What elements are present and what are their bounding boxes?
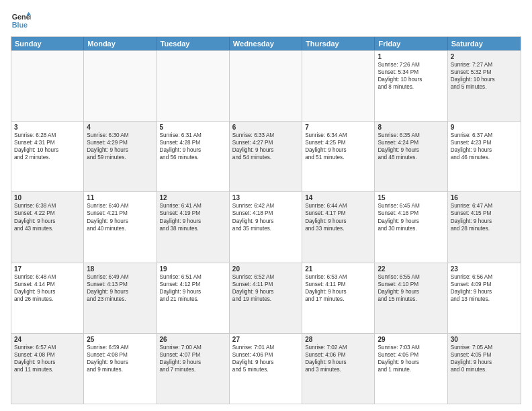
calendar-cell: 1Sunrise: 7:26 AM Sunset: 5:34 PM Daylig… — [375, 51, 447, 121]
calendar-cell — [84, 51, 157, 121]
day-info: Sunrise: 7:26 AM Sunset: 5:34 PM Dayligh… — [378, 61, 444, 91]
calendar-cell: 19Sunrise: 6:51 AM Sunset: 4:12 PM Dayli… — [157, 263, 230, 333]
weekday-header: Sunday — [11, 37, 84, 50]
logo: General Blue — [11, 11, 31, 31]
calendar-row: 1Sunrise: 7:26 AM Sunset: 5:34 PM Daylig… — [11, 50, 521, 121]
calendar-cell — [157, 51, 230, 121]
calendar-cell: 6Sunrise: 6:33 AM Sunset: 4:27 PM Daylig… — [230, 122, 302, 191]
calendar-cell: 2Sunrise: 7:27 AM Sunset: 5:32 PM Daylig… — [448, 51, 521, 121]
day-number: 3 — [14, 124, 81, 131]
day-number: 29 — [378, 336, 444, 343]
day-info: Sunrise: 6:40 AM Sunset: 4:21 PM Dayligh… — [87, 202, 153, 232]
day-number: 18 — [87, 265, 153, 273]
day-number: 21 — [305, 265, 371, 273]
calendar-cell — [302, 51, 375, 121]
calendar-cell — [230, 51, 302, 121]
day-number: 8 — [378, 124, 444, 131]
day-number: 24 — [14, 336, 81, 343]
calendar-cell: 18Sunrise: 6:49 AM Sunset: 4:13 PM Dayli… — [84, 263, 157, 333]
calendar-row: 10Sunrise: 6:38 AM Sunset: 4:22 PM Dayli… — [11, 191, 521, 262]
day-info: Sunrise: 6:48 AM Sunset: 4:14 PM Dayligh… — [14, 273, 81, 303]
day-info: Sunrise: 6:31 AM Sunset: 4:28 PM Dayligh… — [160, 132, 226, 161]
day-number: 25 — [87, 336, 153, 343]
day-number: 16 — [451, 194, 518, 201]
day-number: 1 — [378, 53, 444, 60]
calendar-cell: 5Sunrise: 6:31 AM Sunset: 4:28 PM Daylig… — [157, 122, 230, 191]
day-number: 2 — [451, 53, 518, 60]
day-number: 22 — [378, 265, 444, 273]
day-info: Sunrise: 6:52 AM Sunset: 4:11 PM Dayligh… — [232, 273, 299, 303]
weekday-header: Saturday — [448, 37, 521, 50]
calendar-cell: 11Sunrise: 6:40 AM Sunset: 4:21 PM Dayli… — [84, 192, 157, 262]
day-info: Sunrise: 6:30 AM Sunset: 4:29 PM Dayligh… — [87, 132, 153, 161]
calendar-cell: 3Sunrise: 6:28 AM Sunset: 4:31 PM Daylig… — [11, 122, 84, 191]
day-info: Sunrise: 6:34 AM Sunset: 4:25 PM Dayligh… — [305, 132, 371, 161]
weekday-header: Wednesday — [230, 37, 302, 50]
calendar-cell: 20Sunrise: 6:52 AM Sunset: 4:11 PM Dayli… — [230, 263, 302, 333]
day-number: 27 — [232, 336, 299, 343]
day-number: 9 — [451, 124, 518, 131]
calendar-cell: 7Sunrise: 6:34 AM Sunset: 4:25 PM Daylig… — [302, 122, 375, 191]
calendar-cell: 30Sunrise: 7:05 AM Sunset: 4:05 PM Dayli… — [448, 334, 521, 404]
day-info: Sunrise: 6:49 AM Sunset: 4:13 PM Dayligh… — [87, 273, 153, 303]
day-info: Sunrise: 6:47 AM Sunset: 4:15 PM Dayligh… — [451, 202, 518, 232]
day-info: Sunrise: 7:00 AM Sunset: 4:07 PM Dayligh… — [160, 344, 226, 373]
day-info: Sunrise: 7:03 AM Sunset: 4:05 PM Dayligh… — [378, 344, 444, 373]
weekday-header: Monday — [84, 37, 157, 50]
calendar: SundayMondayTuesdayWednesdayThursdayFrid… — [11, 36, 521, 404]
calendar-cell: 4Sunrise: 6:30 AM Sunset: 4:29 PM Daylig… — [84, 122, 157, 191]
page: General Blue SundayMondayTuesdayWednesda… — [0, 0, 532, 411]
day-info: Sunrise: 6:35 AM Sunset: 4:24 PM Dayligh… — [378, 132, 444, 161]
day-info: Sunrise: 6:42 AM Sunset: 4:18 PM Dayligh… — [232, 202, 299, 232]
day-info: Sunrise: 7:27 AM Sunset: 5:32 PM Dayligh… — [451, 61, 518, 91]
calendar-body: 1Sunrise: 7:26 AM Sunset: 5:34 PM Daylig… — [11, 50, 521, 404]
calendar-cell: 26Sunrise: 7:00 AM Sunset: 4:07 PM Dayli… — [157, 334, 230, 404]
day-info: Sunrise: 7:05 AM Sunset: 4:05 PM Dayligh… — [451, 344, 518, 373]
day-number: 26 — [160, 336, 226, 343]
calendar-row: 24Sunrise: 6:57 AM Sunset: 4:08 PM Dayli… — [11, 333, 521, 404]
day-info: Sunrise: 7:02 AM Sunset: 4:06 PM Dayligh… — [305, 344, 371, 373]
calendar-cell: 17Sunrise: 6:48 AM Sunset: 4:14 PM Dayli… — [11, 263, 84, 333]
day-info: Sunrise: 6:56 AM Sunset: 4:09 PM Dayligh… — [451, 273, 518, 303]
day-number: 5 — [160, 124, 226, 131]
day-info: Sunrise: 6:57 AM Sunset: 4:08 PM Dayligh… — [14, 344, 81, 373]
day-info: Sunrise: 6:41 AM Sunset: 4:19 PM Dayligh… — [160, 202, 226, 232]
day-info: Sunrise: 6:38 AM Sunset: 4:22 PM Dayligh… — [14, 202, 81, 232]
calendar-cell: 22Sunrise: 6:55 AM Sunset: 4:10 PM Dayli… — [375, 263, 447, 333]
day-number: 7 — [305, 124, 371, 131]
day-number: 4 — [87, 124, 153, 131]
day-number: 17 — [14, 265, 81, 273]
calendar-cell: 12Sunrise: 6:41 AM Sunset: 4:19 PM Dayli… — [157, 192, 230, 262]
day-number: 12 — [160, 194, 226, 201]
calendar-cell: 8Sunrise: 6:35 AM Sunset: 4:24 PM Daylig… — [375, 122, 447, 191]
calendar-cell: 23Sunrise: 6:56 AM Sunset: 4:09 PM Dayli… — [448, 263, 521, 333]
calendar-cell: 14Sunrise: 6:44 AM Sunset: 4:17 PM Dayli… — [302, 192, 375, 262]
day-number: 15 — [378, 194, 444, 201]
calendar-row: 3Sunrise: 6:28 AM Sunset: 4:31 PM Daylig… — [11, 121, 521, 191]
calendar-cell: 10Sunrise: 6:38 AM Sunset: 4:22 PM Dayli… — [11, 192, 84, 262]
day-info: Sunrise: 6:44 AM Sunset: 4:17 PM Dayligh… — [305, 202, 371, 232]
day-number: 11 — [87, 194, 153, 201]
day-number: 14 — [305, 194, 371, 201]
day-number: 23 — [451, 265, 518, 273]
day-number: 10 — [14, 194, 81, 201]
calendar-cell: 24Sunrise: 6:57 AM Sunset: 4:08 PM Dayli… — [11, 334, 84, 404]
day-info: Sunrise: 6:59 AM Sunset: 4:08 PM Dayligh… — [87, 344, 153, 373]
calendar-cell: 16Sunrise: 6:47 AM Sunset: 4:15 PM Dayli… — [448, 192, 521, 262]
calendar-cell — [11, 51, 84, 121]
day-info: Sunrise: 7:01 AM Sunset: 4:06 PM Dayligh… — [232, 344, 299, 373]
day-info: Sunrise: 6:55 AM Sunset: 4:10 PM Dayligh… — [378, 273, 444, 303]
header: General Blue — [11, 11, 521, 31]
calendar-cell: 28Sunrise: 7:02 AM Sunset: 4:06 PM Dayli… — [302, 334, 375, 404]
calendar-cell: 29Sunrise: 7:03 AM Sunset: 4:05 PM Dayli… — [375, 334, 447, 404]
day-number: 30 — [451, 336, 518, 343]
day-number: 19 — [160, 265, 226, 273]
day-number: 20 — [232, 265, 299, 273]
weekday-header: Friday — [375, 37, 447, 50]
day-info: Sunrise: 6:53 AM Sunset: 4:11 PM Dayligh… — [305, 273, 371, 303]
day-info: Sunrise: 6:45 AM Sunset: 4:16 PM Dayligh… — [378, 202, 444, 232]
day-info: Sunrise: 6:51 AM Sunset: 4:12 PM Dayligh… — [160, 273, 226, 303]
calendar-cell: 13Sunrise: 6:42 AM Sunset: 4:18 PM Dayli… — [230, 192, 302, 262]
calendar-cell: 21Sunrise: 6:53 AM Sunset: 4:11 PM Dayli… — [302, 263, 375, 333]
day-number: 13 — [232, 194, 299, 201]
